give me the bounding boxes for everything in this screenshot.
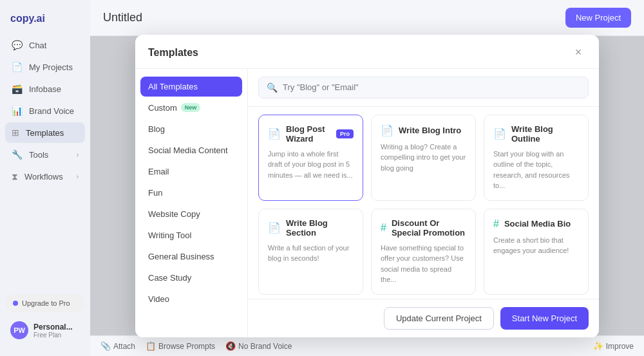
- improve-label: Improve: [606, 342, 634, 351]
- template-name: Discount Or Special Promotion: [392, 218, 466, 238]
- sidebar-item-blog[interactable]: Blog: [140, 119, 242, 139]
- doc-icon: 📄: [493, 127, 506, 140]
- improve-button[interactable]: ✨ Improve: [593, 341, 634, 351]
- doc-icon: 📄: [268, 221, 281, 234]
- social-media-label: Social Media Content: [148, 145, 228, 155]
- upgrade-label: Upgrade to Pro: [22, 299, 70, 307]
- attach-button[interactable]: 📎 Attach: [100, 341, 135, 351]
- template-desc: Write a full section of your blog in sec…: [268, 243, 354, 264]
- sidebar-item-social-media[interactable]: Social Media Content: [140, 140, 242, 160]
- new-project-button[interactable]: New Project: [565, 8, 631, 28]
- user-avatar: PW: [10, 321, 28, 339]
- sidebar-label-workflows: Workflows: [24, 172, 63, 182]
- modal-main: 🔍 📄 Blog Post Wizard: [248, 69, 599, 337]
- template-name: Social Media Bio: [504, 219, 579, 229]
- doc-icon: 📄: [381, 124, 393, 136]
- video-label: Video: [148, 294, 169, 304]
- chat-icon: 💬: [12, 40, 23, 50]
- template-desc: Start your blog with an outline of the t…: [493, 149, 579, 191]
- sidebar-item-chat[interactable]: 💬 Chat: [5, 35, 85, 55]
- sidebar-item-templates[interactable]: ⊞ Templates: [5, 122, 85, 143]
- modal-close-button[interactable]: ×: [571, 45, 586, 61]
- template-card-blog-post-wizard[interactable]: 📄 Blog Post Wizard Pro Jump into a whole…: [258, 115, 363, 201]
- update-current-project-button[interactable]: Update Current Project: [384, 307, 494, 330]
- fun-label: Fun: [148, 188, 162, 198]
- website-copy-label: Website Copy: [148, 209, 200, 219]
- sidebar-item-writing-tool[interactable]: Writing Tool: [140, 225, 242, 245]
- top-bar: Untitled New Project: [90, 0, 644, 36]
- sidebar-item-general-business[interactable]: General Business: [140, 247, 242, 267]
- sidebar-label-chat: Chat: [29, 41, 46, 50]
- sidebar-item-brand-voice[interactable]: 📊 Brand Voice: [5, 100, 85, 121]
- card-header: 📄 Write Blog Intro: [381, 124, 466, 136]
- workflows-icon: ⧗: [12, 171, 18, 182]
- start-new-project-button[interactable]: Start New Project: [500, 307, 589, 330]
- upgrade-button[interactable]: Upgrade to Pro: [5, 294, 85, 312]
- template-card-social-media-bio[interactable]: # Social Media Bio Create a short bio th…: [484, 209, 589, 295]
- template-name: Write Blog Outline: [511, 124, 579, 144]
- logo[interactable]: copy.ai: [0, 8, 90, 35]
- attach-icon: 📎: [100, 341, 111, 351]
- modal-body: All Templates Custom New Blog Social Med…: [135, 69, 599, 337]
- sidebar: copy.ai 💬 Chat 📄 My Projects 🗃️ Infobase…: [0, 0, 90, 356]
- case-study-label: Case Study: [148, 273, 191, 283]
- search-input-wrap: 🔍: [258, 77, 589, 98]
- sidebar-item-case-study[interactable]: Case Study: [140, 268, 242, 288]
- template-name: Write Blog Section: [286, 218, 354, 238]
- hash-icon: #: [493, 218, 499, 230]
- sidebar-item-custom[interactable]: Custom New: [140, 98, 242, 118]
- upgrade-dot: [13, 301, 18, 306]
- card-header: 📄 Write Blog Section: [268, 218, 354, 238]
- bottom-toolbar: 📎 Attach 📋 Browse Prompts 🔇 No Brand Voi…: [90, 335, 644, 356]
- modal-header: Templates ×: [135, 35, 599, 69]
- sidebar-item-email[interactable]: Email: [140, 162, 242, 182]
- sidebar-label-infobase: Infobase: [29, 84, 61, 94]
- brand-voice-off-icon: 🔇: [225, 341, 236, 351]
- sidebar-item-all-templates[interactable]: All Templates: [140, 77, 242, 97]
- sidebar-item-infobase[interactable]: 🗃️ Infobase: [5, 79, 85, 99]
- writing-tool-label: Writing Tool: [148, 230, 191, 240]
- search-icon: 🔍: [267, 82, 278, 93]
- template-name: Blog Post Wizard: [286, 124, 331, 144]
- tools-icon: 🔧: [12, 149, 23, 160]
- card-header: # Social Media Bio: [493, 218, 579, 230]
- logo-text: copy.ai: [10, 13, 45, 24]
- template-desc: Create a short bio that engages your aud…: [493, 235, 579, 256]
- modal-overlay: Templates × All Templates Custom N: [90, 36, 644, 335]
- search-input[interactable]: [283, 82, 580, 92]
- projects-icon: 📄: [12, 62, 23, 72]
- sidebar-item-tools[interactable]: 🔧 Tools ›: [5, 144, 85, 165]
- user-profile[interactable]: PW Personal... Free Plan: [5, 317, 85, 343]
- template-card-write-blog-outline[interactable]: 📄 Write Blog Outline Start your blog wit…: [484, 115, 589, 201]
- sidebar-item-video[interactable]: Video: [140, 289, 242, 309]
- custom-new-badge: New: [181, 103, 201, 112]
- browse-prompts-label: Browse Prompts: [158, 342, 215, 351]
- browse-prompts-button[interactable]: 📋 Browse Prompts: [146, 341, 215, 351]
- all-templates-label: All Templates: [148, 82, 198, 91]
- search-bar: 🔍: [248, 69, 599, 107]
- brand-voice-button[interactable]: 🔇 No Brand Voice: [225, 341, 292, 351]
- sidebar-item-fun[interactable]: Fun: [140, 183, 242, 203]
- brand-voice-icon: 📊: [12, 106, 23, 116]
- no-brand-voice-label: No Brand Voice: [238, 342, 292, 351]
- template-card-discount-special[interactable]: # Discount Or Special Promotion Have som…: [371, 209, 476, 295]
- template-desc: Jump into a whole first draft of your bl…: [268, 149, 354, 181]
- sidebar-item-my-projects[interactable]: 📄 My Projects: [5, 57, 85, 77]
- template-card-write-blog-intro[interactable]: 📄 Write Blog Intro Writing a blog? Creat…: [371, 115, 476, 201]
- sidebar-bottom: Upgrade to Pro PW Personal... Free Plan: [0, 289, 90, 348]
- user-initials: PW: [14, 326, 25, 334]
- blog-label: Blog: [148, 124, 165, 134]
- tools-chevron-icon: ›: [77, 151, 79, 158]
- doc-icon: 📄: [268, 127, 281, 140]
- sidebar-label-projects: My Projects: [29, 62, 73, 72]
- sidebar-item-website-copy[interactable]: Website Copy: [140, 204, 242, 224]
- template-desc: Have something special to offer your cus…: [381, 243, 466, 285]
- user-plan: Free Plan: [33, 332, 80, 339]
- card-header: 📄 Blog Post Wizard Pro: [268, 124, 354, 144]
- sidebar-item-workflows[interactable]: ⧗ Workflows ›: [5, 166, 85, 187]
- sidebar-nav: 💬 Chat 📄 My Projects 🗃️ Infobase 📊 Brand…: [0, 35, 90, 289]
- card-header: 📄 Write Blog Outline: [493, 124, 579, 144]
- modal-title: Templates: [148, 47, 198, 59]
- content-area: Feedback Templates × All Templates: [90, 36, 644, 335]
- template-card-write-blog-section[interactable]: 📄 Write Blog Section Write a full sectio…: [258, 209, 363, 295]
